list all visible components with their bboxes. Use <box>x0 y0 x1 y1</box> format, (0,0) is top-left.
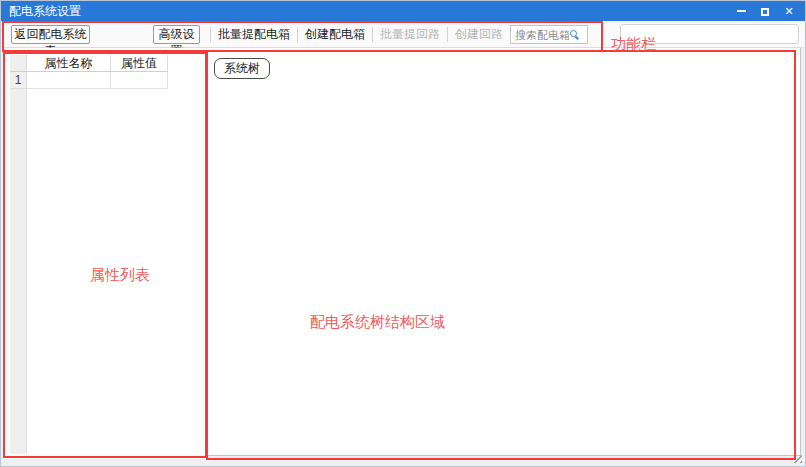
search-icon[interactable] <box>569 29 580 40</box>
batch-extract-box-button[interactable]: 批量提配电箱 <box>211 26 297 43</box>
tree-root-node[interactable]: 系统树 <box>214 58 270 79</box>
table-header-row: 属性名称 属性值 <box>10 55 168 72</box>
titlebar: 配电系统设置 ✕ <box>1 1 805 21</box>
table-row: 1 <box>10 72 168 89</box>
window-controls: ✕ <box>729 1 801 21</box>
search-input[interactable] <box>511 29 569 41</box>
maximize-icon <box>761 8 769 16</box>
advanced-settings-button[interactable]: 高级设置 <box>153 25 200 44</box>
maximize-button[interactable] <box>753 1 777 21</box>
create-circuit-button[interactable]: 创建回路 <box>448 26 510 43</box>
window-title: 配电系统设置 <box>1 3 81 20</box>
property-name-cell[interactable] <box>27 72 111 89</box>
app-window: 配电系统设置 ✕ 返回配电系统表 高级设置 批量提配电箱 创建配电箱 批量提回路… <box>0 0 806 467</box>
minimize-button[interactable] <box>729 1 753 21</box>
row-header-strip <box>10 55 27 454</box>
search-box <box>510 25 588 44</box>
property-panel: 属性名称 属性值 1 <box>5 48 207 459</box>
create-box-button[interactable]: 创建配电箱 <box>298 26 372 43</box>
property-value-cell[interactable] <box>111 72 168 89</box>
corner-header-cell <box>10 55 27 72</box>
close-icon: ✕ <box>784 5 793 17</box>
row-number-cell: 1 <box>10 72 27 89</box>
batch-extract-circuit-button[interactable]: 批量提回路 <box>373 26 447 43</box>
column-header-value[interactable]: 属性值 <box>111 55 168 72</box>
minimize-icon <box>737 10 746 12</box>
back-to-system-table-button[interactable]: 返回配电系统表 <box>11 25 90 44</box>
system-tree-panel: 系统树 <box>207 48 801 456</box>
unlabeled-input[interactable] <box>620 24 799 44</box>
toolbar: 返回配电系统表 高级设置 批量提配电箱 创建配电箱 批量提回路 创建回路 删除 <box>2 21 804 48</box>
close-button[interactable]: ✕ <box>777 1 801 21</box>
toolbar-action-group: 批量提配电箱 创建配电箱 批量提回路 创建回路 删除 <box>210 21 549 48</box>
column-header-name[interactable]: 属性名称 <box>27 55 111 72</box>
property-table: 属性名称 属性值 1 <box>10 55 168 89</box>
